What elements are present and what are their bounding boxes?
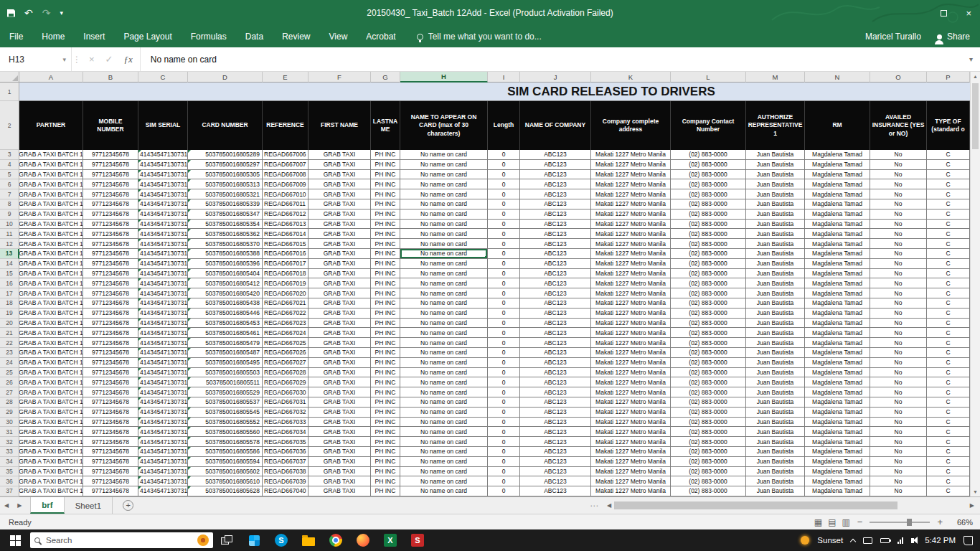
row-header-7[interactable]: 7	[0, 189, 19, 199]
cell-D32[interactable]: 5037850016805578	[188, 437, 263, 447]
row-header-35[interactable]: 35	[0, 467, 19, 477]
sheet-nav-right-icon[interactable]: ▶	[13, 502, 26, 509]
cell-H7[interactable]: No name on card	[400, 189, 488, 199]
cell-G19[interactable]: PH INC	[371, 309, 400, 319]
user-name[interactable]: Maricel Turallo	[865, 32, 921, 42]
cell-H30[interactable]: No name on card	[400, 418, 488, 428]
cell-M27[interactable]: Juan Bautista	[746, 387, 805, 397]
monitor-icon[interactable]	[863, 537, 872, 544]
undo-icon[interactable]: ↶	[24, 8, 33, 18]
row-header-13[interactable]: 13	[0, 249, 19, 259]
cell-K16[interactable]: Makati 1227 Metro Manila	[591, 278, 671, 288]
cell-M18[interactable]: Juan Bautista	[746, 298, 805, 309]
view-page-break-icon[interactable]: ▥	[842, 517, 849, 527]
cell-P23[interactable]: C	[927, 348, 970, 358]
cell-C34[interactable]: 4143454713073101	[138, 457, 188, 467]
cell-N22[interactable]: Magdalena Tamad	[805, 338, 870, 348]
cell-G36[interactable]: PH INC	[371, 476, 400, 486]
column-header-J[interactable]: J	[520, 72, 591, 83]
cell-B19[interactable]: 97712345678	[83, 309, 138, 319]
cell-A35[interactable]: GRAB A TAXI BATCH 1	[19, 467, 83, 477]
cell-P14[interactable]: C	[927, 259, 970, 269]
cell-E30[interactable]: REGAD667033	[263, 418, 308, 428]
cell-K14[interactable]: Makati 1227 Metro Manila	[591, 259, 671, 269]
cell-M16[interactable]: Juan Bautista	[746, 278, 805, 288]
cell-F8[interactable]: GRAB TAXI	[308, 199, 371, 209]
cell-C13[interactable]: 4143454713073101	[138, 249, 188, 259]
skype-button[interactable]: S	[268, 529, 295, 551]
cell-P17[interactable]: C	[927, 288, 970, 298]
cell-C31[interactable]: 4143454713073101	[138, 427, 188, 437]
cell-O11[interactable]: No	[870, 229, 927, 239]
cell-D2[interactable]: CARD NUMBER	[188, 101, 263, 150]
cell-J24[interactable]: ABC123	[520, 358, 591, 368]
cell-G34[interactable]: PH INC	[371, 457, 400, 467]
cell-N34[interactable]: Magdalena Tamad	[805, 457, 870, 467]
cell-B23[interactable]: 97712345678	[83, 348, 138, 358]
cell-L24[interactable]: (02) 883-0000	[671, 358, 746, 368]
cell-B34[interactable]: 97712345678	[83, 457, 138, 467]
cell-K5[interactable]: Makati 1227 Metro Manila	[591, 170, 671, 180]
cell-N4[interactable]: Magdalena Tamad	[805, 160, 870, 170]
cell-F28[interactable]: GRAB TAXI	[308, 397, 371, 408]
cell-K10[interactable]: Makati 1227 Metro Manila	[591, 220, 671, 230]
cell-C10[interactable]: 4143454713073101	[138, 220, 188, 230]
cell-H6[interactable]: No name on card	[400, 179, 488, 189]
ribbon-tab-page-layout[interactable]: Page Layout	[114, 26, 181, 47]
cell-M9[interactable]: Juan Bautista	[746, 209, 805, 220]
cell-D20[interactable]: 5037850016805453	[188, 319, 263, 329]
cell-L34[interactable]: (02) 883-0000	[671, 457, 746, 467]
cell-M5[interactable]: Juan Bautista	[746, 170, 805, 180]
cell-J31[interactable]: ABC123	[520, 427, 591, 437]
row-header-24[interactable]: 24	[0, 358, 19, 368]
row-header-1[interactable]: 1	[0, 83, 19, 101]
cell-D12[interactable]: 5037850016805370	[188, 239, 263, 249]
cell-A19[interactable]: GRAB A TAXI BATCH 1	[19, 309, 83, 319]
cell-C3[interactable]: 4143454713073101	[138, 150, 188, 160]
cell-C28[interactable]: 4143454713073101	[138, 397, 188, 408]
zoom-thumb[interactable]	[907, 519, 912, 526]
cell-K21[interactable]: Makati 1227 Metro Manila	[591, 328, 671, 338]
cell-D22[interactable]: 5037850016805479	[188, 338, 263, 348]
cell-E8[interactable]: REGAD667011	[263, 199, 308, 209]
ribbon-tab-formulas[interactable]: Formulas	[182, 26, 236, 47]
cell-N29[interactable]: Magdalena Tamad	[805, 408, 870, 418]
cell-E31[interactable]: REGAD667034	[263, 427, 308, 437]
cell-O17[interactable]: No	[870, 288, 927, 298]
cell-M11[interactable]: Juan Bautista	[746, 229, 805, 239]
cell-J21[interactable]: ABC123	[520, 328, 591, 338]
cell-L23[interactable]: (02) 883-0000	[671, 348, 746, 358]
cell-D29[interactable]: 5037850016805545	[188, 408, 263, 418]
cell-C19[interactable]: 4143454713073101	[138, 309, 188, 319]
cell-I3[interactable]: 0	[488, 150, 520, 160]
cell-G14[interactable]: PH INC	[371, 259, 400, 269]
cell-I21[interactable]: 0	[488, 328, 520, 338]
cell-B6[interactable]: 97712345678	[83, 179, 138, 189]
cell-I16[interactable]: 0	[488, 278, 520, 288]
cell-B12[interactable]: 97712345678	[83, 239, 138, 249]
cell-L17[interactable]: (02) 883-0000	[671, 288, 746, 298]
cell-E7[interactable]: REGAD667010	[263, 189, 308, 199]
cell-I30[interactable]: 0	[488, 418, 520, 428]
cell-P28[interactable]: C	[927, 397, 970, 408]
row-header-20[interactable]: 20	[0, 319, 19, 329]
cell-A18[interactable]: GRAB A TAXI BATCH 1	[19, 298, 83, 309]
cell-L37[interactable]: (02) 883-0000	[671, 486, 746, 496]
insert-function-icon[interactable]: ƒx	[124, 54, 133, 65]
cell-D19[interactable]: 5037850016805446	[188, 309, 263, 319]
cell-L3[interactable]: (02) 883-0000	[671, 150, 746, 160]
cell-D10[interactable]: 5037850016805354	[188, 220, 263, 230]
cell-D14[interactable]: 5037850016805396	[188, 259, 263, 269]
cell-F35[interactable]: GRAB TAXI	[308, 467, 371, 477]
cell-F37[interactable]: GRAB TAXI	[308, 486, 371, 496]
cell-A21[interactable]: GRAB A TAXI BATCH 1	[19, 328, 83, 338]
cell-P20[interactable]: C	[927, 319, 970, 329]
cell-I14[interactable]: 0	[488, 259, 520, 269]
cell-H4[interactable]: No name on card	[400, 160, 488, 170]
cell-L5[interactable]: (02) 883-0000	[671, 170, 746, 180]
cell-L36[interactable]: (02) 883-0000	[671, 476, 746, 486]
cell-I7[interactable]: 0	[488, 189, 520, 199]
row-header-10[interactable]: 10	[0, 220, 19, 230]
cell-L2[interactable]: Company Contact Number	[671, 101, 746, 150]
cell-P25[interactable]: C	[927, 368, 970, 378]
